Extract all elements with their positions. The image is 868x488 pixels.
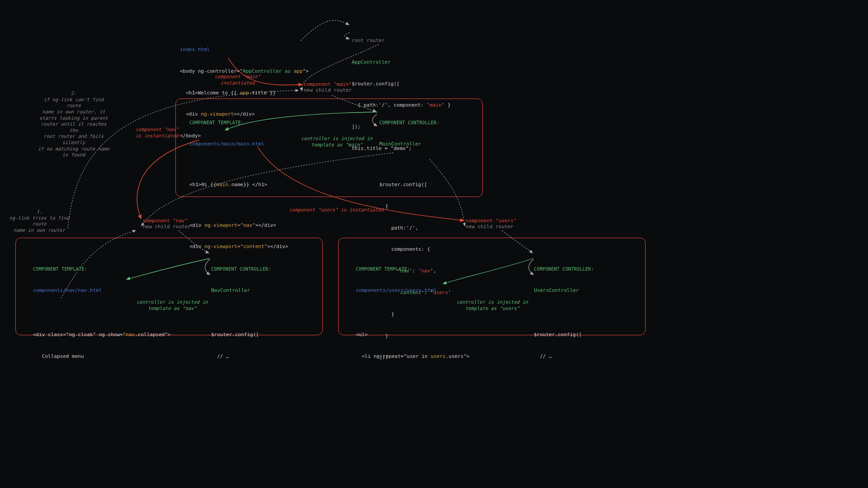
main-instantiated-label: component "main"instantiated [215, 74, 260, 86]
component-main-label: component "main" new child router [304, 81, 352, 93]
users-instantiated-label: component "users" is instantiated [289, 207, 384, 213]
inject-main-label: controller is injected intemplate as "ma… [301, 136, 373, 148]
note-2: 2. if ng-link can't find route name in o… [35, 90, 112, 158]
component-users-label: component "users" new child router [466, 218, 517, 230]
inject-users-label: controller is injected intemplate as "us… [457, 299, 528, 311]
nav-component-box: COMPONENT TEMPLATE: components/nav/nav.h… [15, 238, 323, 335]
nav-instantiated-label: component "nav"is instantiated [136, 127, 179, 139]
index-title: index.html [180, 47, 210, 52]
component-nav-label: component "nav" new child router [143, 218, 191, 230]
note-1: 1. ng-link tries to find route name in o… [8, 209, 71, 234]
inject-nav-label: controller is injected intemplate as "na… [137, 299, 208, 311]
users-component-box: COMPONENT TEMPLATE: components/users/use… [338, 238, 646, 335]
